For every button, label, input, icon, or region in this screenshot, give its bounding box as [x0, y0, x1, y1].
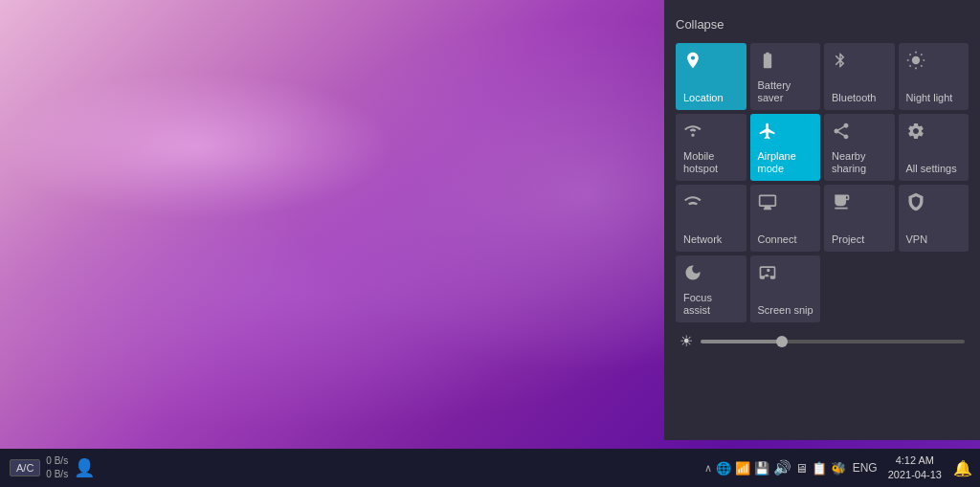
tile-airplane-mode[interactable]: Airplane mode: [750, 114, 821, 181]
tile-mobile-hotspot[interactable]: Mobile hotspot: [676, 114, 746, 181]
ac-button[interactable]: A/C: [10, 459, 40, 476]
network-icon: [683, 192, 702, 214]
tile-airplane-mode-label: Airplane mode: [758, 150, 815, 175]
tile-all-settings[interactable]: All settings: [899, 114, 969, 181]
all-settings-icon: [906, 122, 925, 144]
battery-saver-icon: [758, 51, 777, 73]
tile-focus-assist[interactable]: Focus assist: [676, 255, 746, 322]
vpn-icon: [906, 192, 925, 214]
clock-time: 4:12 AM: [896, 454, 934, 468]
tile-project-label: Project: [832, 233, 864, 246]
connect-icon: [758, 192, 777, 214]
tile-network[interactable]: Network: [676, 185, 746, 252]
tray-icon-4[interactable]: 🖥: [795, 461, 808, 476]
tile-location-label: Location: [683, 92, 724, 104]
network-speed-info: 0 B/s 0 B/s: [46, 454, 68, 481]
tile-network-label: Network: [683, 233, 722, 246]
action-center-panel: Collapse Location Battery saver Bluetoot…: [664, 0, 980, 440]
tile-nearby-sharing[interactable]: Nearby sharing: [824, 114, 895, 181]
tray-icon-2[interactable]: 📶: [735, 461, 750, 476]
clock-date: 2021-04-13: [888, 468, 942, 482]
tray-icon-1[interactable]: 🌐: [716, 461, 731, 476]
taskbar-clock[interactable]: 4:12 AM 2021-04-13: [884, 454, 946, 483]
collapse-button[interactable]: Collapse: [676, 17, 724, 32]
tile-all-settings-label: All settings: [906, 163, 957, 175]
tile-project[interactable]: Project: [824, 185, 895, 252]
language-indicator[interactable]: ENG: [850, 461, 880, 475]
user-avatar-icon[interactable]: 👤: [74, 457, 95, 478]
tile-battery-saver[interactable]: Battery saver: [750, 43, 821, 110]
tile-focus-assist-label: Focus assist: [683, 292, 741, 317]
location-icon: [683, 51, 702, 73]
tile-night-light[interactable]: Night light: [899, 43, 969, 110]
tile-screen-snip-label: Screen snip: [758, 304, 813, 317]
brightness-slider[interactable]: [701, 340, 965, 343]
quick-tiles-grid: Location Battery saver Bluetooth Night l…: [676, 43, 969, 322]
mobile-hotspot-icon: [683, 122, 702, 144]
nearby-sharing-icon: [832, 122, 851, 144]
tile-night-light-label: Night light: [906, 92, 953, 104]
download-speed: 0 B/s: [46, 468, 68, 481]
night-light-icon: [906, 51, 925, 73]
bluetooth-icon: [832, 51, 849, 73]
tile-mobile-hotspot-label: Mobile hotspot: [683, 150, 741, 175]
tile-bluetooth[interactable]: Bluetooth: [824, 43, 895, 110]
notification-center-icon[interactable]: 🔔: [949, 459, 976, 477]
focus-assist-icon: [683, 263, 702, 285]
tile-connect[interactable]: Connect: [750, 185, 821, 252]
airplane-mode-icon: [758, 122, 777, 144]
tile-battery-saver-label: Battery saver: [758, 79, 815, 104]
tile-vpn-label: VPN: [906, 233, 928, 246]
tile-screen-snip[interactable]: Screen snip: [750, 255, 821, 322]
tray-icon-3[interactable]: 💾: [754, 461, 769, 476]
tile-connect-label: Connect: [758, 233, 797, 246]
project-icon: [832, 192, 851, 214]
brightness-icon: ☀: [679, 332, 693, 350]
svg-point-0: [911, 56, 919, 64]
tile-bluetooth-label: Bluetooth: [832, 92, 876, 104]
screen-snip-icon: [758, 263, 777, 285]
tray-icon-6[interactable]: 🐝: [831, 461, 846, 476]
expand-tray-icon[interactable]: ∧: [704, 462, 712, 475]
upload-speed: 0 B/s: [46, 454, 68, 468]
tray-icon-volume[interactable]: 🔊: [773, 459, 791, 476]
brightness-row: ☀: [676, 332, 969, 350]
taskbar: A/C 0 B/s 0 B/s 👤 ∧ 🌐 📶 💾 🔊 🖥 📋 🐝 ENG 4:…: [0, 449, 980, 487]
taskbar-left: A/C 0 B/s 0 B/s 👤: [4, 454, 701, 481]
tile-vpn[interactable]: VPN: [899, 185, 969, 252]
tile-nearby-sharing-label: Nearby sharing: [832, 150, 889, 175]
tile-location[interactable]: Location: [676, 43, 746, 110]
tray-icon-5[interactable]: 📋: [812, 461, 827, 476]
